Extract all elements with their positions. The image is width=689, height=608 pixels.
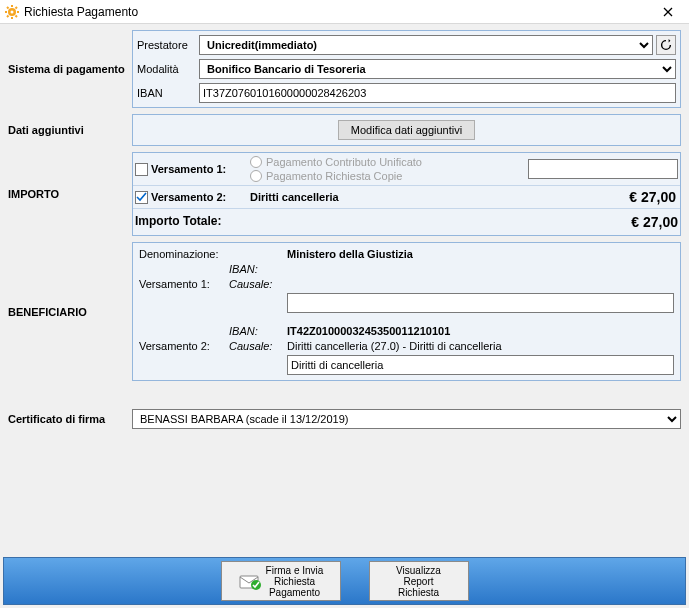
- label-beneficiario: BENEFICIARIO: [8, 242, 132, 381]
- label-modalita: Modalità: [137, 63, 199, 75]
- modalita-select[interactable]: Bonifico Bancario di Tesoreria: [199, 59, 676, 79]
- ben-v2-iban-label: IBAN:: [229, 325, 287, 337]
- close-button[interactable]: [653, 0, 683, 23]
- firma-invia-label: Firma e Invia Richiesta Pagamento: [266, 565, 324, 598]
- denom-value: Ministero della Giustizia: [287, 248, 674, 260]
- versamento2-checkbox[interactable]: [135, 191, 148, 204]
- ben-v2-label: Versamento 2:: [139, 340, 229, 352]
- total-value: € 27,00: [631, 214, 678, 230]
- panel-beneficiario: Denominazione: Ministero della Giustizia…: [132, 242, 681, 381]
- ben-v2-causale-value: Diritti cancelleria (27.0) - Diritti di …: [287, 340, 674, 352]
- visualizza-report-label: Visualizza Report Richiesta: [396, 565, 441, 598]
- title-bar: Richiesta Pagamento: [0, 0, 689, 24]
- ben-v1-causale-input[interactable]: [287, 293, 674, 313]
- firma-invia-button[interactable]: Firma e Invia Richiesta Pagamento: [221, 561, 341, 601]
- envelope-sign-icon: [238, 569, 262, 593]
- svg-line-6: [16, 15, 18, 17]
- panel-dati-aggiuntivi: Modifica dati aggiuntivi: [132, 114, 681, 146]
- versamento1-label: Versamento 1:: [151, 163, 226, 175]
- panel-importo: Versamento 1: Pagamento Contributo Unifi…: [132, 152, 681, 236]
- gear-icon: [4, 4, 20, 20]
- versamento2-label: Versamento 2:: [151, 191, 226, 203]
- label-iban: IBAN: [137, 87, 199, 99]
- certificato-select[interactable]: BENASSI BARBARA (scade il 13/12/2019): [132, 409, 681, 429]
- ben-v2-iban-value: IT42Z0100003245350011210101: [287, 325, 674, 337]
- svg-line-8: [7, 15, 9, 17]
- ben-v1-label: Versamento 1:: [139, 278, 229, 290]
- ben-v2-causale-input[interactable]: [287, 355, 674, 375]
- v2-amount: € 27,00: [528, 189, 678, 205]
- ben-v2-causale-label: Causale:: [229, 340, 287, 352]
- v1-opt1-label: Pagamento Contributo Unificato: [266, 156, 422, 168]
- svg-line-7: [16, 7, 18, 9]
- modifica-dati-button[interactable]: Modifica dati aggiuntivi: [338, 120, 475, 140]
- label-dati-aggiuntivi: Dati aggiuntivi: [8, 114, 132, 146]
- label-prestatore: Prestatore: [137, 39, 199, 51]
- visualizza-report-button[interactable]: Visualizza Report Richiesta: [369, 561, 469, 601]
- label-certificato: Certificato di firma: [8, 409, 132, 429]
- v1-opt2-radio: [250, 170, 262, 182]
- ben-v1-causale-label: Causale:: [229, 278, 287, 290]
- v2-desc: Diritti cancelleria: [250, 191, 528, 203]
- label-importo: IMPORTO: [8, 152, 132, 236]
- v1-opt1-radio: [250, 156, 262, 168]
- v1-amount-input[interactable]: [528, 159, 678, 179]
- reload-button[interactable]: [656, 35, 676, 55]
- v1-opt2-label: Pagamento Richiesta Copie: [266, 170, 402, 182]
- window-title: Richiesta Pagamento: [24, 5, 653, 19]
- bottom-action-bar: Firma e Invia Richiesta Pagamento Visual…: [3, 557, 686, 605]
- svg-line-5: [7, 7, 9, 9]
- label-sistema-pagamento: Sistema di pagamento: [8, 30, 132, 108]
- denom-label: Denominazione:: [139, 248, 229, 260]
- prestatore-select[interactable]: Unicredit(immediato): [199, 35, 653, 55]
- iban-input[interactable]: [199, 83, 676, 103]
- versamento1-checkbox[interactable]: [135, 163, 148, 176]
- total-label: Importo Totale:: [135, 214, 221, 230]
- ben-v1-iban-label: IBAN:: [229, 263, 287, 275]
- svg-point-9: [11, 10, 14, 13]
- panel-sistema-pagamento: Prestatore Unicredit(immediato) Modalità: [132, 30, 681, 108]
